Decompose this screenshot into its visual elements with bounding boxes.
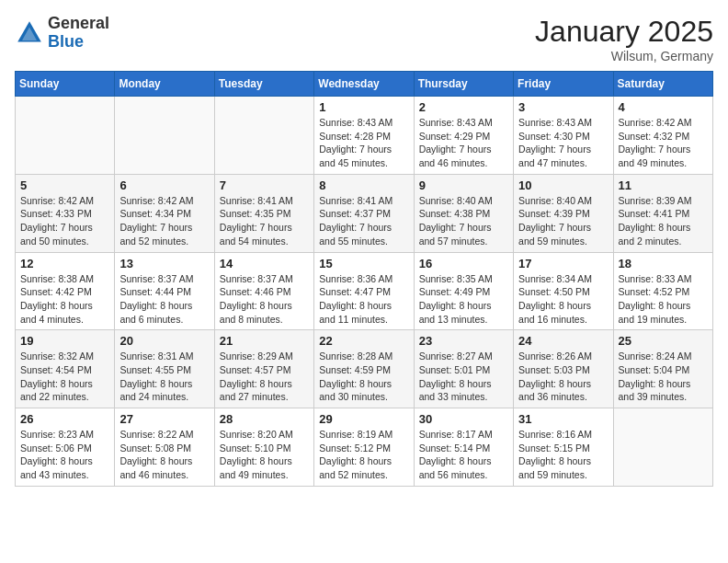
month-title: January 2025 xyxy=(535,15,713,49)
day-info: Sunrise: 8:43 AMSunset: 4:28 PMDaylight:… xyxy=(319,116,408,170)
day-number: 2 xyxy=(419,100,508,114)
calendar-week-row: 26Sunrise: 8:23 AMSunset: 5:06 PMDayligh… xyxy=(16,408,713,487)
day-info: Sunrise: 8:24 AMSunset: 5:04 PMDaylight:… xyxy=(619,350,708,404)
day-info: Sunrise: 8:41 AMSunset: 4:35 PMDaylight:… xyxy=(220,194,309,248)
calendar-cell: 4Sunrise: 8:42 AMSunset: 4:32 PMDaylight… xyxy=(613,97,712,175)
day-info: Sunrise: 8:36 AMSunset: 4:47 PMDaylight:… xyxy=(319,272,408,327)
day-info: Sunrise: 8:29 AMSunset: 4:57 PMDaylight:… xyxy=(220,350,309,404)
day-number: 26 xyxy=(20,412,109,426)
day-number: 20 xyxy=(119,334,209,348)
day-number: 31 xyxy=(518,412,608,426)
calendar-cell: 29Sunrise: 8:19 AMSunset: 5:12 PMDayligh… xyxy=(314,408,414,487)
calendar-cell: 30Sunrise: 8:17 AMSunset: 5:14 PMDayligh… xyxy=(414,408,513,487)
day-number: 17 xyxy=(518,257,608,270)
day-info: Sunrise: 8:32 AMSunset: 4:54 PMDaylight:… xyxy=(20,350,109,404)
day-number: 23 xyxy=(419,334,508,348)
day-number: 3 xyxy=(518,100,608,114)
calendar-cell: 6Sunrise: 8:42 AMSunset: 4:34 PMDaylight… xyxy=(115,174,214,252)
title-block: January 2025 Wilsum, Germany xyxy=(535,15,713,63)
calendar-header-sunday: Sunday xyxy=(16,72,115,97)
day-info: Sunrise: 8:42 AMSunset: 4:34 PMDaylight:… xyxy=(119,194,209,248)
calendar-cell: 17Sunrise: 8:34 AMSunset: 4:50 PMDayligh… xyxy=(514,252,613,330)
calendar-table: SundayMondayTuesdayWednesdayThursdayFrid… xyxy=(15,71,713,487)
logo: General Blue xyxy=(15,15,109,52)
day-number: 25 xyxy=(619,334,708,348)
day-number: 18 xyxy=(619,257,708,270)
calendar-cell: 9Sunrise: 8:40 AMSunset: 4:38 PMDaylight… xyxy=(414,174,513,252)
calendar-cell: 13Sunrise: 8:37 AMSunset: 4:44 PMDayligh… xyxy=(115,252,214,330)
calendar-header-friday: Friday xyxy=(514,72,613,97)
day-number: 24 xyxy=(518,334,608,348)
calendar-cell: 22Sunrise: 8:28 AMSunset: 4:59 PMDayligh… xyxy=(314,330,414,408)
day-number: 27 xyxy=(119,412,209,426)
day-info: Sunrise: 8:43 AMSunset: 4:30 PMDaylight:… xyxy=(518,116,608,170)
day-info: Sunrise: 8:42 AMSunset: 4:33 PMDaylight:… xyxy=(20,194,109,248)
day-number: 22 xyxy=(319,334,408,348)
calendar-header-row: SundayMondayTuesdayWednesdayThursdayFrid… xyxy=(16,72,713,97)
day-info: Sunrise: 8:35 AMSunset: 4:49 PMDaylight:… xyxy=(419,272,508,327)
calendar-header-tuesday: Tuesday xyxy=(214,72,313,97)
day-info: Sunrise: 8:19 AMSunset: 5:12 PMDaylight:… xyxy=(319,428,408,482)
day-number: 1 xyxy=(319,100,408,114)
day-number: 21 xyxy=(220,334,309,348)
calendar-cell: 15Sunrise: 8:36 AMSunset: 4:47 PMDayligh… xyxy=(314,252,414,330)
calendar-header-saturday: Saturday xyxy=(613,72,712,97)
calendar-cell: 25Sunrise: 8:24 AMSunset: 5:04 PMDayligh… xyxy=(613,330,712,408)
calendar-cell: 20Sunrise: 8:31 AMSunset: 4:55 PMDayligh… xyxy=(115,330,214,408)
calendar-cell: 16Sunrise: 8:35 AMSunset: 4:49 PMDayligh… xyxy=(414,252,513,330)
calendar-cell: 21Sunrise: 8:29 AMSunset: 4:57 PMDayligh… xyxy=(214,330,313,408)
page-header: General Blue January 2025 Wilsum, German… xyxy=(15,15,713,63)
day-info: Sunrise: 8:39 AMSunset: 4:41 PMDaylight:… xyxy=(619,194,708,248)
calendar-cell: 27Sunrise: 8:22 AMSunset: 5:08 PMDayligh… xyxy=(115,408,214,487)
logo-text: General Blue xyxy=(48,15,109,52)
logo-icon xyxy=(15,18,44,48)
day-info: Sunrise: 8:17 AMSunset: 5:14 PMDaylight:… xyxy=(419,428,508,482)
day-info: Sunrise: 8:16 AMSunset: 5:15 PMDaylight:… xyxy=(518,428,608,482)
calendar-cell xyxy=(613,408,712,487)
calendar-cell: 11Sunrise: 8:39 AMSunset: 4:41 PMDayligh… xyxy=(613,174,712,252)
day-number: 14 xyxy=(220,257,309,270)
day-number: 13 xyxy=(119,257,209,270)
day-info: Sunrise: 8:43 AMSunset: 4:29 PMDaylight:… xyxy=(419,116,508,170)
calendar-week-row: 19Sunrise: 8:32 AMSunset: 4:54 PMDayligh… xyxy=(16,330,713,408)
day-number: 29 xyxy=(319,412,408,426)
day-info: Sunrise: 8:42 AMSunset: 4:32 PMDaylight:… xyxy=(619,116,708,170)
calendar-cell: 8Sunrise: 8:41 AMSunset: 4:37 PMDaylight… xyxy=(314,174,414,252)
calendar-week-row: 1Sunrise: 8:43 AMSunset: 4:28 PMDaylight… xyxy=(16,97,713,175)
calendar-cell: 31Sunrise: 8:16 AMSunset: 5:15 PMDayligh… xyxy=(514,408,613,487)
calendar-cell: 28Sunrise: 8:20 AMSunset: 5:10 PMDayligh… xyxy=(214,408,313,487)
calendar-cell xyxy=(16,97,115,175)
calendar-cell: 2Sunrise: 8:43 AMSunset: 4:29 PMDaylight… xyxy=(414,97,513,175)
day-number: 11 xyxy=(619,178,708,192)
day-info: Sunrise: 8:37 AMSunset: 4:44 PMDaylight:… xyxy=(119,272,209,327)
calendar-cell: 24Sunrise: 8:26 AMSunset: 5:03 PMDayligh… xyxy=(514,330,613,408)
day-info: Sunrise: 8:20 AMSunset: 5:10 PMDaylight:… xyxy=(220,428,309,482)
calendar-week-row: 12Sunrise: 8:38 AMSunset: 4:42 PMDayligh… xyxy=(16,252,713,330)
day-info: Sunrise: 8:41 AMSunset: 4:37 PMDaylight:… xyxy=(319,194,408,248)
calendar-cell: 7Sunrise: 8:41 AMSunset: 4:35 PMDaylight… xyxy=(214,174,313,252)
calendar-cell: 18Sunrise: 8:33 AMSunset: 4:52 PMDayligh… xyxy=(613,252,712,330)
day-info: Sunrise: 8:26 AMSunset: 5:03 PMDaylight:… xyxy=(518,350,608,404)
calendar-cell: 23Sunrise: 8:27 AMSunset: 5:01 PMDayligh… xyxy=(414,330,513,408)
calendar-cell: 3Sunrise: 8:43 AMSunset: 4:30 PMDaylight… xyxy=(514,97,613,175)
calendar-week-row: 5Sunrise: 8:42 AMSunset: 4:33 PMDaylight… xyxy=(16,174,713,252)
logo-blue-text: Blue xyxy=(48,33,109,52)
day-info: Sunrise: 8:40 AMSunset: 4:38 PMDaylight:… xyxy=(419,194,508,248)
day-number: 16 xyxy=(419,257,508,270)
day-number: 7 xyxy=(220,178,309,192)
day-info: Sunrise: 8:34 AMSunset: 4:50 PMDaylight:… xyxy=(518,272,608,327)
calendar-header-monday: Monday xyxy=(115,72,214,97)
day-info: Sunrise: 8:40 AMSunset: 4:39 PMDaylight:… xyxy=(518,194,608,248)
day-number: 12 xyxy=(20,257,109,270)
location: Wilsum, Germany xyxy=(535,49,713,63)
day-info: Sunrise: 8:22 AMSunset: 5:08 PMDaylight:… xyxy=(119,428,209,482)
calendar-header-wednesday: Wednesday xyxy=(314,72,414,97)
day-info: Sunrise: 8:31 AMSunset: 4:55 PMDaylight:… xyxy=(119,350,209,404)
day-info: Sunrise: 8:23 AMSunset: 5:06 PMDaylight:… xyxy=(20,428,109,482)
day-info: Sunrise: 8:37 AMSunset: 4:46 PMDaylight:… xyxy=(220,272,309,327)
day-number: 30 xyxy=(419,412,508,426)
calendar-cell: 12Sunrise: 8:38 AMSunset: 4:42 PMDayligh… xyxy=(16,252,115,330)
day-number: 28 xyxy=(220,412,309,426)
day-info: Sunrise: 8:28 AMSunset: 4:59 PMDaylight:… xyxy=(319,350,408,404)
calendar-cell: 5Sunrise: 8:42 AMSunset: 4:33 PMDaylight… xyxy=(16,174,115,252)
